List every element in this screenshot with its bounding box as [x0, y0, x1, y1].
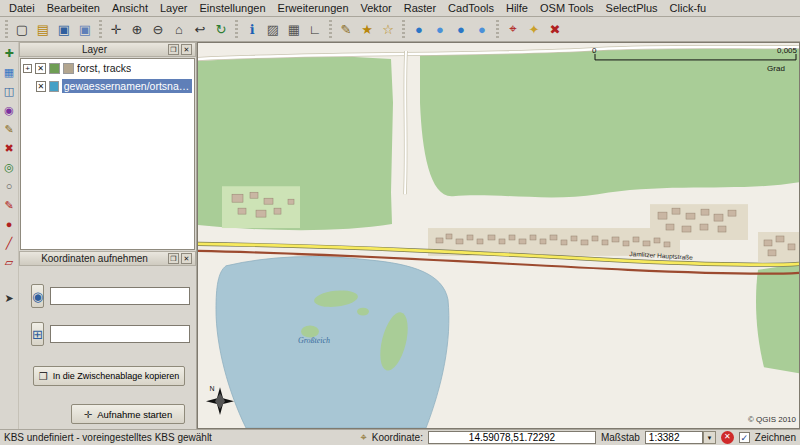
click-fu-button[interactable]: ✖: [545, 19, 565, 39]
layers-toolbar: ✚ ▦ ◫ ◉ ✎ ✖ ◎ ○ ✎ ● ╱ ▱ ➤: [0, 42, 19, 429]
zoom-previous-button[interactable]: ↩: [190, 19, 210, 39]
menu-ansicht[interactable]: Ansicht: [106, 1, 154, 15]
menu-layer[interactable]: Layer: [154, 1, 194, 15]
render-checkbox[interactable]: ✓: [739, 432, 750, 443]
scale-label: Maßstab: [601, 432, 640, 443]
menu-osm-tools[interactable]: OSM Tools: [534, 1, 600, 15]
toggle-editing-button[interactable]: ✎: [1, 197, 17, 213]
menu-bearbeiten[interactable]: Bearbeiten: [41, 1, 106, 15]
main-area: ✚ ▦ ◫ ◉ ✎ ✖ ◎ ○ ✎ ● ╱ ▱ ➤ Layer ❐ ✕ + ✕: [0, 42, 800, 429]
toolbar-grip: [329, 20, 332, 38]
toolbar-grip: [5, 20, 8, 38]
layers-panel-close-button[interactable]: ✕: [181, 44, 192, 55]
scale-value-field[interactable]: [645, 431, 703, 444]
osm-download-button[interactable]: ●: [430, 19, 450, 39]
menu-vektor[interactable]: Vektor: [355, 1, 398, 15]
refresh-map-button[interactable]: ↻: [211, 19, 231, 39]
zoom-in-button[interactable]: ⊕: [127, 19, 147, 39]
add-postgis-layer-button[interactable]: ◫: [1, 83, 17, 99]
coordinate-crs-field[interactable]: [50, 287, 190, 305]
layers-panel-title: Layer: [23, 44, 166, 55]
coordinate-map-field[interactable]: [50, 325, 190, 343]
scale-combo[interactable]: ▼: [645, 431, 716, 444]
scale-unit-label: Grad: [767, 64, 785, 73]
open-attribute-table-button[interactable]: ▦: [284, 19, 304, 39]
dock-panels: Layer ❐ ✕ + ✕ forst, tracks ✕ gewaessern…: [19, 42, 197, 429]
pan-map-button[interactable]: ✛: [106, 19, 126, 39]
copy-button-label: In die Zwischenablage kopieren: [53, 371, 180, 381]
osm-load-button[interactable]: ●: [409, 19, 429, 39]
coordinate-capture-button[interactable]: ⌖: [503, 19, 523, 39]
layer-label-selected[interactable]: gewaessernamen/ortsnamen...: [62, 79, 192, 93]
capture-polygon-button[interactable]: ▱: [1, 254, 17, 270]
menu-bar: Datei Bearbeiten Ansicht Layer Einstellu…: [0, 0, 800, 17]
map-tips-button[interactable]: ✎: [336, 19, 356, 39]
osm-import-button[interactable]: ●: [472, 19, 492, 39]
add-wms-layer-button[interactable]: ◉: [1, 102, 17, 118]
new-project-button[interactable]: ▢: [12, 19, 32, 39]
menu-click-fu[interactable]: Click-fu: [664, 1, 713, 15]
add-vector-layer-button[interactable]: ✚: [1, 45, 17, 61]
layer-visibility-checkbox[interactable]: ✕: [35, 63, 46, 74]
north-label: N: [209, 385, 214, 392]
coordinate-display-field[interactable]: [428, 431, 596, 444]
status-bar: KBS undefiniert - voreingestelltes KBS g…: [0, 429, 800, 445]
remove-layer-button[interactable]: ✖: [1, 140, 17, 156]
select-features-button[interactable]: ▨: [263, 19, 283, 39]
layers-tree: + ✕ forst, tracks ✕ gewaessernamen/ortsn…: [20, 58, 195, 250]
copy-to-clipboard-button[interactable]: ❐ In die Zwischenablage kopieren: [33, 366, 185, 386]
coordinate-label: Koordinate:: [372, 432, 423, 443]
zoom-out-button[interactable]: ⊖: [148, 19, 168, 39]
save-project-as-button[interactable]: ▣: [75, 19, 95, 39]
coordinate-panel-float-button[interactable]: ❐: [168, 253, 179, 264]
new-shapefile-layer-button[interactable]: ✎: [1, 121, 17, 137]
chevron-down-icon[interactable]: ▼: [703, 431, 716, 444]
layers-panel-titlebar: Layer ❐ ✕: [19, 42, 196, 57]
menu-selectplus[interactable]: SelectPlus: [600, 1, 664, 15]
coordinate-capture-panel: Koordinaten aufnehmen ❐ ✕ ◉ ⊞ ❐ In die Z…: [19, 251, 196, 429]
capture-line-button[interactable]: ╱: [1, 235, 17, 251]
zoom-full-extent-button[interactable]: ⌂: [169, 19, 189, 39]
crs-globe-button[interactable]: ◉: [31, 284, 44, 308]
menu-cadtools[interactable]: CadTools: [442, 1, 500, 15]
scale-end-label: 0,005: [777, 46, 798, 55]
map-canvas[interactable]: Großteich Jämlitzer Hauptstraße 0 0,005 …: [197, 42, 800, 429]
show-bookmarks-button[interactable]: ☆: [378, 19, 398, 39]
snap-grid-button[interactable]: ⊞: [31, 322, 44, 346]
open-project-button[interactable]: ▤: [33, 19, 53, 39]
new-bookmark-button[interactable]: ★: [357, 19, 377, 39]
layers-panel-float-button[interactable]: ❐: [168, 44, 179, 55]
menu-erweiterungen[interactable]: Erweiterungen: [272, 1, 355, 15]
start-capture-button[interactable]: ✛ Aufnahme starten: [71, 404, 185, 424]
main-toolbar: ▢ ▤ ▣ ▣ ✛ ⊕ ⊖ ⌂ ↩ ↻ ℹ ▨ ▦ ∟ ✎ ★ ☆ ● ● ● …: [0, 17, 800, 42]
identify-features-button[interactable]: ℹ: [242, 19, 262, 39]
measure-line-button[interactable]: ∟: [305, 19, 325, 39]
menu-hilfe[interactable]: Hilfe: [500, 1, 534, 15]
capture-crosshair-icon: ✛: [84, 409, 92, 420]
save-project-button[interactable]: ▣: [54, 19, 74, 39]
menu-raster[interactable]: Raster: [398, 1, 442, 15]
layer-label[interactable]: forst, tracks: [77, 62, 131, 74]
stop-render-button[interactable]: ✕: [721, 431, 734, 444]
menu-datei[interactable]: Datei: [3, 1, 41, 15]
grass-area: [222, 186, 300, 228]
show-all-layers-button[interactable]: ◎: [1, 159, 17, 175]
hide-all-layers-button[interactable]: ○: [1, 178, 17, 194]
lake-grossteich: [216, 257, 449, 428]
expander-icon[interactable]: +: [23, 64, 32, 73]
coordinate-panel-titlebar: Koordinaten aufnehmen ❐ ✕: [19, 251, 196, 266]
toolbar-grip: [99, 20, 102, 38]
layer-symbol: [63, 63, 74, 74]
layer-row-forst-tracks[interactable]: + ✕ forst, tracks: [21, 59, 194, 77]
status-message: KBS undefiniert - voreingestelltes KBS g…: [4, 432, 212, 443]
layer-row-gewaessernamen[interactable]: ✕ gewaessernamen/ortsnamen...: [21, 77, 194, 95]
coordinate-icon[interactable]: ⌖: [361, 431, 367, 444]
layer-visibility-checkbox[interactable]: ✕: [36, 81, 46, 92]
pointer-tool-button[interactable]: ➤: [1, 290, 17, 306]
osm-upload-button[interactable]: ●: [451, 19, 471, 39]
select-plus-button[interactable]: ✦: [524, 19, 544, 39]
add-raster-layer-button[interactable]: ▦: [1, 64, 17, 80]
coordinate-panel-close-button[interactable]: ✕: [181, 253, 192, 264]
capture-point-button[interactable]: ●: [1, 216, 17, 232]
menu-einstellungen[interactable]: Einstellungen: [194, 1, 272, 15]
